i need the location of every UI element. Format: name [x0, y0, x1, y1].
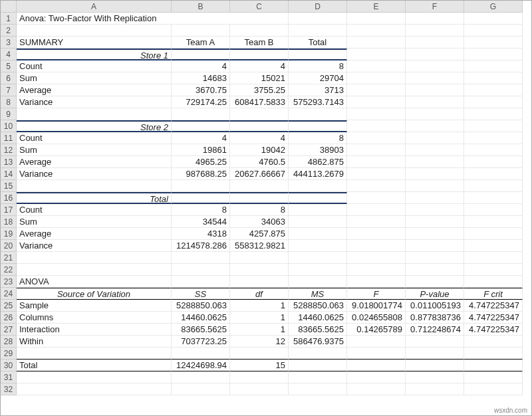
total-sum-label[interactable]: Sum [17, 216, 172, 228]
store1-var-a[interactable]: 729174.25 [172, 96, 230, 108]
store1-sum-label[interactable]: Sum [17, 72, 172, 84]
anova-label[interactable]: ANOVA [17, 276, 172, 288]
spreadsheet-grid[interactable]: A B C D E F G 1 Anova: Two-Factor With R… [1, 1, 531, 395]
anova-within-df[interactable]: 12 [230, 336, 289, 348]
anova-head-src[interactable]: Source of Variation [17, 288, 172, 300]
total-avg-label[interactable]: Average [17, 228, 172, 240]
row-header-6[interactable]: 6 [1, 72, 17, 84]
row-header-27[interactable]: 27 [1, 324, 17, 336]
cell-D1[interactable] [289, 13, 347, 25]
col-header-G[interactable]: G [464, 1, 523, 13]
total-var-a[interactable]: 1214578.286 [172, 240, 230, 252]
anova-head-p[interactable]: P-value [406, 288, 464, 300]
anova-columns-fc[interactable]: 4.747225347 [464, 312, 523, 324]
row-header-11[interactable]: 11 [1, 132, 17, 144]
anova-sample-src[interactable]: Sample [17, 300, 172, 312]
row-header-19[interactable]: 19 [1, 228, 17, 240]
anova-columns-f[interactable]: 0.024655808 [347, 312, 406, 324]
row-header-17[interactable]: 17 [1, 204, 17, 216]
anova-sample-fc[interactable]: 4.747225347 [464, 300, 523, 312]
anova-columns-ss[interactable]: 14460.0625 [172, 312, 230, 324]
row-header-24[interactable]: 24 [1, 288, 17, 300]
row-header-13[interactable]: 13 [1, 156, 17, 168]
store1-var-label[interactable]: Variance [17, 96, 172, 108]
row-header-10[interactable]: 10 [1, 120, 17, 132]
store2-var-a[interactable]: 987688.25 [172, 168, 230, 180]
anova-total-ss[interactable]: 12424698.94 [172, 360, 230, 371]
store1-avg-a[interactable]: 3670.75 [172, 84, 230, 96]
row-header-4[interactable]: 4 [1, 49, 17, 60]
cell-F1[interactable] [406, 13, 464, 25]
store1-count-t[interactable]: 8 [289, 60, 347, 72]
store1-avg-t[interactable]: 3713 [289, 84, 347, 96]
anova-interaction-fc[interactable]: 4.747225347 [464, 324, 523, 336]
store1-avg-label[interactable]: Average [17, 84, 172, 96]
anova-head-df[interactable]: df [230, 288, 289, 300]
anova-sample-ms[interactable]: 5288850.063 [289, 300, 347, 312]
anova-total-src[interactable]: Total [17, 360, 172, 371]
store2-sum-b[interactable]: 19042 [230, 144, 289, 156]
anova-columns-ms[interactable]: 14460.0625 [289, 312, 347, 324]
anova-interaction-f[interactable]: 0.14265789 [347, 324, 406, 336]
row-header-12[interactable]: 12 [1, 144, 17, 156]
anova-head-f[interactable]: F [347, 288, 406, 300]
store1-var-t[interactable]: 575293.7143 [289, 96, 347, 108]
anova-head-ss[interactable]: SS [172, 288, 230, 300]
store1-count-b[interactable]: 4 [230, 60, 289, 72]
store2-var-b[interactable]: 20627.66667 [230, 168, 289, 180]
anova-head-ms[interactable]: MS [289, 288, 347, 300]
header-team-a[interactable]: Team A [172, 37, 230, 49]
row-header-7[interactable]: 7 [1, 84, 17, 96]
row-header-1[interactable]: 1 [1, 13, 17, 25]
row-header-2[interactable]: 2 [1, 25, 17, 37]
row-header-16[interactable]: 16 [1, 192, 17, 204]
row-header-31[interactable]: 31 [1, 371, 17, 383]
row-header-14[interactable]: 14 [1, 168, 17, 180]
store1-label[interactable]: Store 1 [17, 49, 172, 60]
store2-sum-a[interactable]: 19861 [172, 144, 230, 156]
row-header-30[interactable]: 30 [1, 360, 17, 371]
store2-var-t[interactable]: 444113.2679 [289, 168, 347, 180]
cell-A2[interactable] [17, 25, 172, 37]
anova-sample-p[interactable]: 0.011005193 [406, 300, 464, 312]
cell-G1[interactable] [464, 13, 523, 25]
store2-avg-label[interactable]: Average [17, 156, 172, 168]
row-header-20[interactable]: 20 [1, 240, 17, 252]
store2-sum-label[interactable]: Sum [17, 144, 172, 156]
anova-interaction-df[interactable]: 1 [230, 324, 289, 336]
store1-sum-b[interactable]: 15021 [230, 72, 289, 84]
anova-within-src[interactable]: Within [17, 336, 172, 348]
col-header-E[interactable]: E [347, 1, 406, 13]
row-header-9[interactable]: 9 [1, 108, 17, 120]
store2-avg-b[interactable]: 4760.5 [230, 156, 289, 168]
anova-within-ss[interactable]: 7037723.25 [172, 336, 230, 348]
anova-total-df[interactable]: 15 [230, 360, 289, 371]
total-avg-a[interactable]: 4318 [172, 228, 230, 240]
total-group-label[interactable]: Total [17, 192, 172, 204]
total-count-a[interactable]: 8 [172, 204, 230, 216]
store2-avg-a[interactable]: 4965.25 [172, 156, 230, 168]
total-sum-a[interactable]: 34544 [172, 216, 230, 228]
store1-sum-a[interactable]: 14683 [172, 72, 230, 84]
row-header-29[interactable]: 29 [1, 348, 17, 360]
anova-interaction-p[interactable]: 0.712248674 [406, 324, 464, 336]
col-header-C[interactable]: C [230, 1, 289, 13]
anova-sample-f[interactable]: 9.018001774 [347, 300, 406, 312]
store2-count-a[interactable]: 4 [172, 132, 230, 144]
store2-count-t[interactable]: 8 [289, 132, 347, 144]
header-total[interactable]: Total [289, 37, 347, 49]
row-header-8[interactable]: 8 [1, 96, 17, 108]
anova-columns-src[interactable]: Columns [17, 312, 172, 324]
anova-within-ms[interactable]: 586476.9375 [289, 336, 347, 348]
total-sum-b[interactable]: 34063 [230, 216, 289, 228]
row-header-26[interactable]: 26 [1, 312, 17, 324]
row-header-25[interactable]: 25 [1, 300, 17, 312]
total-count-label[interactable]: Count [17, 204, 172, 216]
store2-label[interactable]: Store 2 [17, 120, 172, 132]
total-var-label[interactable]: Variance [17, 240, 172, 252]
col-header-F[interactable]: F [406, 1, 464, 13]
store1-count-a[interactable]: 4 [172, 60, 230, 72]
total-var-b[interactable]: 558312.9821 [230, 240, 289, 252]
anova-interaction-ss[interactable]: 83665.5625 [172, 324, 230, 336]
anova-columns-df[interactable]: 1 [230, 312, 289, 324]
